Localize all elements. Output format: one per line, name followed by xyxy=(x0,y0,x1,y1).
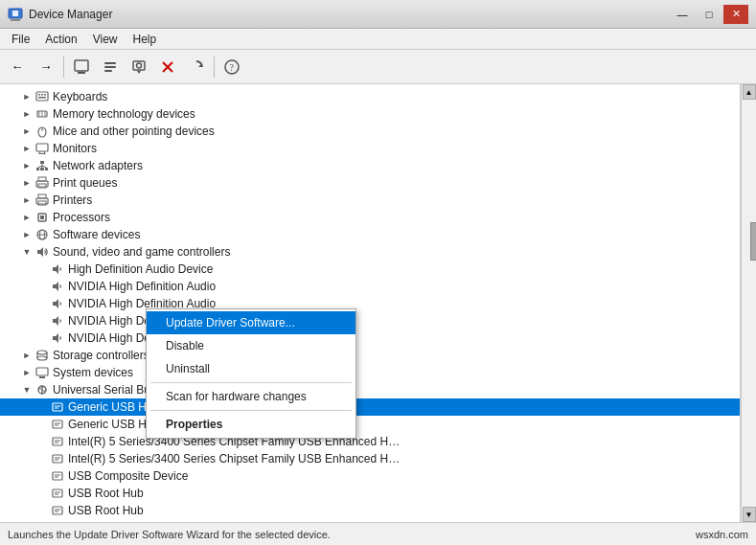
svg-rect-2 xyxy=(12,11,18,16)
tree-item-intel-r5-1[interactable]: Intel(R) 5 Series/3400 Series Chipset Fa… xyxy=(0,433,740,450)
expand-icon[interactable] xyxy=(34,313,50,329)
usb-icon xyxy=(34,382,50,397)
expand-icon[interactable]: ► xyxy=(19,175,34,191)
tree-item-label: Memory technology devices xyxy=(53,107,195,121)
expand-icon[interactable] xyxy=(34,261,50,277)
expand-icon[interactable]: ► xyxy=(19,124,34,139)
tree-item-nvidia-hd3[interactable]: NVIDIA High Definition Audio xyxy=(0,312,740,329)
svg-rect-5 xyxy=(104,62,116,64)
ctx-disable[interactable]: Disable xyxy=(147,334,355,357)
tree-item-usb-controllers[interactable]: ▼Universal Serial Bus controllers xyxy=(0,381,740,398)
help-button[interactable]: ? xyxy=(218,54,245,80)
tree-item-sound[interactable]: ▼Sound, video and game controllers xyxy=(0,243,740,261)
svg-rect-30 xyxy=(40,161,44,164)
tree-item-intel-r5-2[interactable]: Intel(R) 5 Series/3400 Series Chipset Fa… xyxy=(0,450,740,467)
tree-item-usb-root2[interactable]: USB Root Hub xyxy=(0,502,740,519)
tree-item-generic-usb1[interactable]: Generic USB Hub xyxy=(0,398,740,416)
scroll-thumb[interactable] xyxy=(750,222,757,261)
expand-icon[interactable]: ► xyxy=(19,227,34,242)
close-button[interactable]: ✕ xyxy=(723,5,748,24)
usbroot-icon xyxy=(50,486,65,501)
tree-item-usb-composite[interactable]: USB Composite Device xyxy=(0,467,740,485)
ctx-update-driver[interactable]: Update Driver Software... xyxy=(147,311,355,334)
expand-icon[interactable]: ▼ xyxy=(19,244,34,260)
expand-icon[interactable] xyxy=(34,434,50,449)
scroll-down[interactable]: ▼ xyxy=(743,507,756,522)
tree-item-network[interactable]: ►Network adapters xyxy=(0,157,740,174)
svg-rect-73 xyxy=(53,455,62,463)
ctx-uninstall[interactable]: Uninstall xyxy=(147,357,355,380)
tree-item-monitors[interactable]: ►Monitors xyxy=(0,140,740,157)
tree-item-nvidia-hd2[interactable]: NVIDIA High Definition Audio xyxy=(0,295,740,312)
expand-icon[interactable] xyxy=(34,503,50,518)
update-driver-button[interactable] xyxy=(126,54,152,80)
tree-item-hd-audio[interactable]: High Definition Audio Device xyxy=(0,261,740,278)
expand-icon[interactable] xyxy=(34,468,50,484)
forward-button[interactable]: → xyxy=(33,54,59,80)
expand-icon[interactable]: ► xyxy=(19,141,34,156)
expand-icon[interactable] xyxy=(34,279,50,294)
tree-item-label: USB Root Hub xyxy=(68,504,144,517)
svg-rect-7 xyxy=(104,70,112,72)
title-bar: Device Manager — □ ✕ xyxy=(0,0,756,29)
svg-rect-70 xyxy=(53,438,62,445)
svg-rect-15 xyxy=(36,92,48,101)
tree-item-generic-usb2[interactable]: Generic USB Hub xyxy=(0,416,740,433)
tree-item-mice[interactable]: ►Mice and other pointing devices xyxy=(0,123,740,140)
expand-icon[interactable] xyxy=(34,417,50,432)
intel-icon xyxy=(50,434,65,449)
tree-item-nvidia-hd1[interactable]: NVIDIA High Definition Audio xyxy=(0,278,740,295)
expand-icon[interactable]: ► xyxy=(19,158,34,173)
tree-item-printers[interactable]: ►Printers xyxy=(0,192,740,209)
show-button[interactable] xyxy=(68,54,95,80)
svg-rect-59 xyxy=(39,376,45,378)
toolbar-sep2 xyxy=(214,57,215,78)
tree-item-label: Monitors xyxy=(53,142,97,155)
scroll-up[interactable]: ▲ xyxy=(743,84,756,100)
menu-action[interactable]: Action xyxy=(37,31,84,48)
expand-icon[interactable] xyxy=(34,330,50,346)
expand-icon[interactable]: ► xyxy=(19,348,34,363)
tree-item-print-queues[interactable]: ►Print queues xyxy=(0,174,740,192)
expand-icon[interactable] xyxy=(34,486,50,501)
generic-icon xyxy=(50,417,65,432)
expand-icon[interactable]: ► xyxy=(19,193,34,208)
expand-icon[interactable] xyxy=(34,399,50,415)
svg-rect-31 xyxy=(40,168,44,170)
ctx-scan[interactable]: Scan for hardware changes xyxy=(147,385,355,408)
tree-item-nvidia-hd4[interactable]: NVIDIA High Definition Audio xyxy=(0,329,740,347)
menu-help[interactable]: Help xyxy=(126,31,165,48)
expand-icon[interactable] xyxy=(34,296,50,311)
keyboard-icon xyxy=(34,89,50,104)
tree-item-processors[interactable]: ►Processors xyxy=(0,209,740,226)
menu-view[interactable]: View xyxy=(85,31,126,48)
expand-icon[interactable]: ► xyxy=(19,365,34,380)
svg-rect-26 xyxy=(36,144,48,151)
tree-item-software-devices[interactable]: ►Software devices xyxy=(0,226,740,243)
tree-item-label: NVIDIA High Definition Audio xyxy=(68,280,216,293)
scan-button[interactable] xyxy=(183,54,210,80)
maximize-button[interactable]: □ xyxy=(697,5,722,24)
ctx-properties[interactable]: Properties xyxy=(147,413,355,436)
tree-item-storage[interactable]: ►Storage controllers xyxy=(0,347,740,364)
minimize-button[interactable]: — xyxy=(670,5,695,24)
uninstall-button[interactable] xyxy=(154,54,181,80)
menu-file[interactable]: File xyxy=(4,31,37,48)
tree-item-system-devices[interactable]: ►System devices xyxy=(0,364,740,381)
back-button[interactable]: ← xyxy=(4,54,31,80)
properties-button[interactable] xyxy=(97,54,124,80)
expand-icon[interactable]: ► xyxy=(19,89,34,104)
svg-marker-50 xyxy=(53,282,58,291)
usbroot-icon xyxy=(50,503,65,518)
scrollbar[interactable]: ▲ ▼ xyxy=(741,84,756,522)
title-bar-left: Device Manager xyxy=(8,7,112,22)
expand-icon[interactable]: ▼ xyxy=(19,382,34,397)
tree-item-usb-root1[interactable]: USB Root Hub xyxy=(0,485,740,502)
tree-item-memory[interactable]: ►Memory technology devices xyxy=(0,105,740,123)
expand-icon[interactable] xyxy=(34,451,50,466)
tree-item-keyboards[interactable]: ►Keyboards xyxy=(0,88,740,105)
tree-view[interactable]: ►Keyboards►Memory technology devices►Mic… xyxy=(0,84,741,522)
expand-icon[interactable]: ► xyxy=(19,210,34,225)
expand-icon[interactable]: ► xyxy=(19,106,34,122)
svg-line-35 xyxy=(38,166,43,168)
